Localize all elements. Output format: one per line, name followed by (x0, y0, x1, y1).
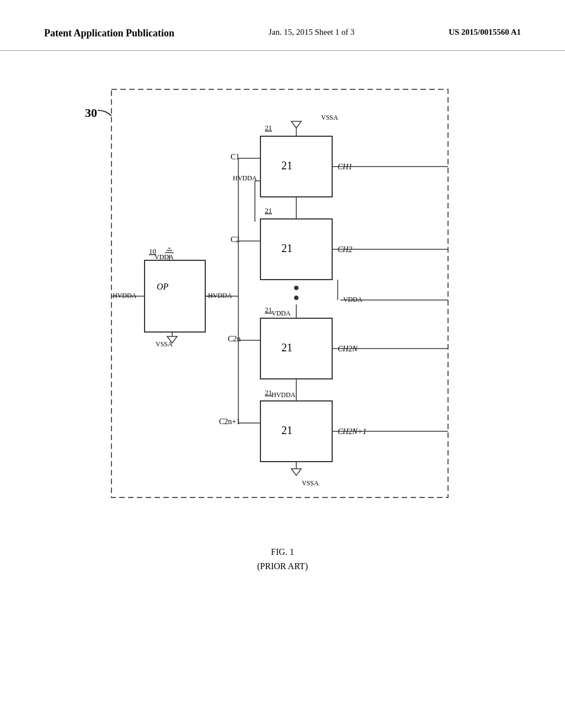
svg-text:21: 21 (265, 388, 272, 397)
svg-text:HVDDA: HVDDA (233, 174, 257, 182)
fig-subcaption: (PRIOR ART) (0, 561, 565, 571)
svg-text:C1: C1 (231, 153, 239, 161)
svg-text:30: 30 (85, 106, 97, 120)
svg-text:HVDDA: HVDDA (208, 292, 232, 299)
svg-text:C2n+1: C2n+1 (219, 417, 240, 426)
svg-text:HVDDA: HVDDA (113, 292, 137, 299)
svg-rect-30 (260, 219, 332, 280)
svg-text:VDDA: VDDA (154, 253, 174, 261)
diagram-svg: 30 10 OP VDDA VSSA HVDDA HVDDA 21 (67, 73, 498, 525)
svg-marker-12 (167, 336, 177, 343)
svg-text:HVDDA: HVDDA (271, 391, 296, 399)
fig-caption: FIG. 1 (0, 547, 565, 557)
svg-text:21: 21 (281, 159, 292, 172)
svg-text:21: 21 (281, 341, 292, 354)
svg-text:10: 10 (149, 247, 156, 255)
svg-marker-29 (291, 121, 301, 128)
svg-text:VSSA: VSSA (302, 479, 319, 487)
svg-text:OP: OP (157, 282, 169, 291)
svg-text:21: 21 (265, 124, 272, 132)
svg-text:VSSA: VSSA (156, 340, 173, 348)
page-header: Patent Application Publication Jan. 15, … (0, 0, 565, 51)
svg-rect-43 (260, 318, 332, 379)
svg-rect-0 (111, 89, 448, 497)
header-center: Jan. 15, 2015 Sheet 1 of 3 (269, 28, 355, 37)
svg-text:C2n: C2n (228, 335, 241, 343)
svg-marker-62 (291, 469, 301, 475)
svg-text:VDDA: VDDA (271, 309, 291, 317)
svg-text:C2: C2 (231, 235, 239, 244)
svg-text:21: 21 (281, 242, 292, 254)
svg-text:21: 21 (281, 424, 292, 436)
svg-text:CH1: CH1 (338, 163, 352, 171)
diagram-area: 30 10 OP VDDA VSSA HVDDA HVDDA 21 (67, 73, 498, 525)
svg-text:CH2N: CH2N (338, 345, 358, 353)
svg-text:CH2: CH2 (338, 245, 352, 254)
svg-rect-54 (260, 401, 332, 462)
svg-point-38 (294, 286, 299, 290)
svg-point-39 (294, 296, 299, 300)
header-right: US 2015/0015560 A1 (449, 28, 521, 37)
svg-rect-2 (145, 260, 205, 332)
svg-text:21: 21 (265, 306, 272, 314)
header-left: Patent Application Publication (44, 28, 174, 39)
svg-text:VDDA: VDDA (343, 296, 363, 303)
svg-text:VSSA: VSSA (321, 114, 338, 121)
svg-text:CH2N+1: CH2N+1 (338, 427, 366, 436)
svg-text:21: 21 (265, 206, 272, 215)
svg-rect-17 (260, 136, 332, 197)
